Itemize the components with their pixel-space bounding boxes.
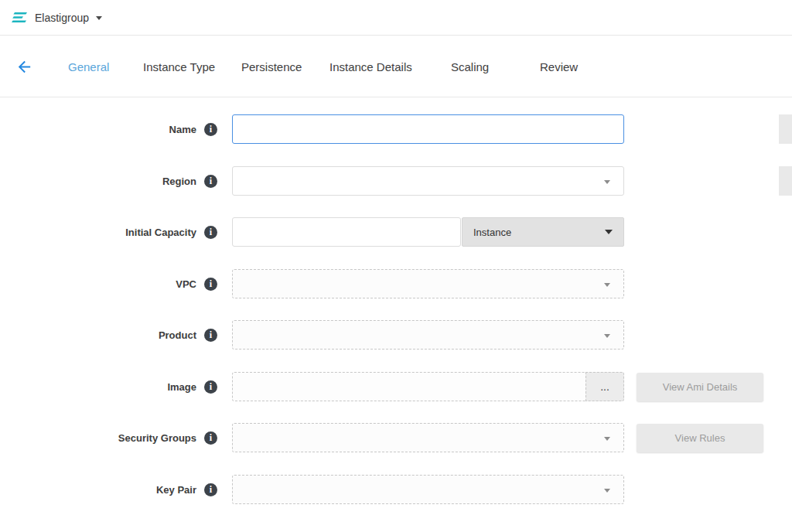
form-row-security-groups: Security Groups i View Rules <box>0 423 792 452</box>
tab-scaling[interactable]: Scaling <box>451 36 489 97</box>
clipped-panel-fragment <box>779 114 792 144</box>
security-groups-select[interactable] <box>232 423 624 452</box>
capacity-unit-value: Instance <box>473 227 511 238</box>
info-icon[interactable]: i <box>204 329 217 342</box>
top-bar: Elastigroup <box>0 0 792 36</box>
vpc-label: VPC <box>176 278 196 290</box>
tab-instance-details[interactable]: Instance Details <box>329 36 412 97</box>
tab-instance-type[interactable]: Instance Type <box>143 36 215 97</box>
vpc-select[interactable] <box>232 269 624 298</box>
tab-review[interactable]: Review <box>540 36 578 97</box>
form-row-key-pair: Key Pair i <box>0 475 792 504</box>
info-icon[interactable]: i <box>204 278 217 291</box>
info-icon[interactable]: i <box>204 483 217 496</box>
tab-persistence[interactable]: Persistence <box>241 36 302 97</box>
product-label: Product <box>159 329 196 341</box>
info-icon[interactable]: i <box>204 226 217 239</box>
form-row-name: Name i <box>0 114 792 144</box>
chevron-down-icon <box>604 334 610 338</box>
region-label: Region <box>162 176 196 187</box>
chevron-down-icon <box>96 16 102 20</box>
chevron-down-icon <box>604 283 610 287</box>
initial-capacity-input[interactable] <box>232 217 461 247</box>
security-groups-label: Security Groups <box>118 432 196 444</box>
tab-general[interactable]: General <box>68 36 109 97</box>
wizard-tabbar: General Instance Type Persistence Instan… <box>0 36 792 97</box>
initial-capacity-label: Initial Capacity <box>125 227 196 238</box>
name-label: Name <box>169 124 196 135</box>
info-icon[interactable]: i <box>204 123 217 136</box>
chevron-down-icon <box>604 489 610 493</box>
view-ami-details-button[interactable]: View Ami Details <box>637 373 763 401</box>
elastigroup-create-wizard: Elastigroup General Instance Type Persis… <box>0 0 792 532</box>
elastigroup-logo-icon <box>11 12 28 24</box>
name-input[interactable] <box>232 114 624 144</box>
back-arrow-icon[interactable] <box>15 58 33 76</box>
image-browse-button[interactable]: ... <box>585 372 624 401</box>
key-pair-select[interactable] <box>232 475 624 504</box>
form-row-vpc: VPC i <box>0 269 792 298</box>
view-rules-button[interactable]: View Rules <box>637 424 763 452</box>
form-row-product: Product i <box>0 320 792 350</box>
app-name: Elastigroup <box>35 12 89 24</box>
region-select[interactable] <box>232 166 624 196</box>
info-icon[interactable]: i <box>204 380 217 394</box>
form-row-image: Image i ... View Ami Details <box>0 372 792 401</box>
form-row-initial-capacity: Initial Capacity i Instance <box>0 217 792 247</box>
key-pair-label: Key Pair <box>156 484 196 496</box>
product-select[interactable] <box>232 320 624 350</box>
form-row-region: Region i <box>0 166 792 196</box>
image-input[interactable] <box>232 372 586 401</box>
info-icon[interactable]: i <box>204 175 217 188</box>
chevron-down-icon <box>604 437 610 441</box>
image-label: Image <box>167 381 196 393</box>
info-icon[interactable]: i <box>204 431 217 445</box>
app-switcher[interactable]: Elastigroup <box>11 12 102 24</box>
clipped-panel-fragment <box>779 166 792 196</box>
chevron-down-icon <box>605 230 613 234</box>
capacity-unit-select[interactable]: Instance <box>462 217 624 247</box>
chevron-down-icon <box>604 180 610 184</box>
